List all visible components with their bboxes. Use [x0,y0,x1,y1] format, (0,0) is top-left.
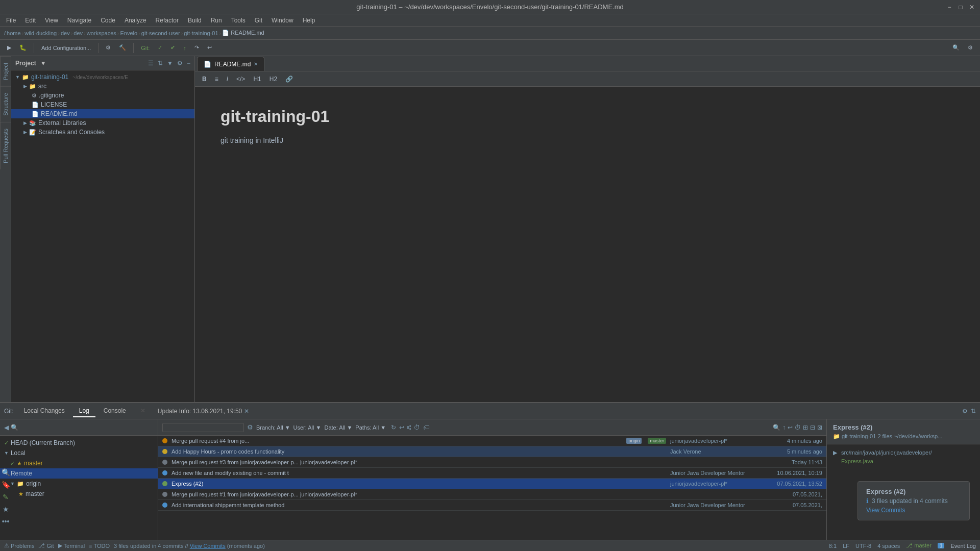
vert-tab-pull-requests[interactable]: Pull Requests [0,122,11,169]
tab-console[interactable]: Console [97,405,132,417]
panel-icon-settings[interactable]: ⚙ [177,60,183,67]
breadcrumb-item[interactable]: dev [61,30,70,36]
panel-icon-layout[interactable]: ☰ [148,60,154,67]
menu-navigate[interactable]: Navigate [63,16,95,25]
toolbar-git-check[interactable]: ✓ [155,43,165,52]
close-button[interactable]: ✕ [968,3,976,11]
menu-refactor[interactable]: Refactor [152,16,183,25]
status-terminal[interactable]: ▶ Terminal [58,542,85,549]
toolbar-git-revert[interactable]: ↩ [204,43,215,52]
event-log-badge[interactable]: 1 [938,543,945,548]
bottom-expand-icon[interactable]: ⇅ [971,408,976,415]
view-commits-link[interactable]: View Commits [190,543,226,549]
breadcrumb-item[interactable]: dev [74,30,83,36]
vert-tab-project[interactable]: Project [0,56,11,86]
menu-help[interactable]: Help [299,16,320,25]
branch-item-remote[interactable]: ▼ Remote [0,468,158,479]
tab-x[interactable]: ✕ [134,405,152,417]
commit-filter-icon[interactable]: ⊟ [810,424,815,431]
update-close-btn[interactable]: ✕ [244,408,249,415]
toolbar-build-btn[interactable]: ⚙ [103,43,114,52]
revert-icon[interactable]: ↩ [399,424,404,431]
md-link[interactable]: 🔗 [282,74,296,84]
md-h1[interactable]: H1 [250,74,264,84]
merge-icon[interactable]: ⑆ [407,424,411,431]
toolbar-git-tick[interactable]: ✔ [167,43,178,52]
commit-grid-icon[interactable]: ⊞ [803,424,808,431]
star-side-icon[interactable]: ★ [3,505,9,513]
panel-icon-minimize[interactable]: − [187,60,190,67]
edit-icon[interactable]: ✎ [3,493,9,501]
maximize-button[interactable]: □ [957,3,965,11]
tree-item-root[interactable]: ▼ 📁 git-training-01 ~/dev/dev/workspaces… [11,72,194,82]
branch-search-input[interactable] [20,424,154,431]
search-icon[interactable]: 🔍 [11,424,18,431]
branch-item-origin[interactable]: ▼ 📁 origin [0,479,158,489]
timeline-icon[interactable]: ⏱ [414,424,420,431]
project-dropdown-icon[interactable]: ▼ [40,60,46,67]
toolbar-settings[interactable]: ⚙ [965,43,976,52]
commit-row-6[interactable]: Add international shippemnt template met… [158,500,826,511]
tree-item-gitignore[interactable]: ⚙ .gitignore [11,91,194,100]
menu-build[interactable]: Build [184,16,206,25]
md-bold[interactable]: B [199,74,210,84]
commit-search-input[interactable] [162,423,244,432]
md-code[interactable]: </> [233,74,248,84]
notif-view-commits[interactable]: View Commits [866,507,961,514]
branch-indicator[interactable]: ⎇ master [906,542,932,549]
paths-filter-btn[interactable]: Paths: All ▼ [355,424,386,431]
commit-settings-icon[interactable]: ⚙ [247,423,253,431]
branch-item-local-master[interactable]: ✓ ★ master [0,458,158,468]
toolbar-search[interactable]: 🔍 [949,43,963,52]
branch-item-head[interactable]: ✓ HEAD (Current Branch) [0,438,158,448]
tab-readme[interactable]: 📄 README.md ✕ [197,57,264,71]
commit-clock-icon[interactable]: ⏱ [795,424,801,431]
tab-local-changes[interactable]: Local Changes [18,405,71,417]
tab-close-icon[interactable]: ✕ [254,61,258,67]
event-log-label[interactable]: Event Log [950,543,976,549]
info-expand-icon[interactable]: ▶ [833,449,837,456]
menu-edit[interactable]: Edit [21,16,40,25]
branch-filter-btn[interactable]: Branch: All ▼ [256,424,290,431]
nav-back-icon[interactable]: ◀ [4,424,9,431]
branch-item-local[interactable]: ▼ Local [0,448,158,458]
bookmark-icon[interactable]: 🔖 [2,481,10,489]
panel-icon-sort[interactable]: ⇅ [158,60,163,67]
tree-item-license[interactable]: 📄 LICENSE [11,100,194,109]
panel-icon-filter[interactable]: ▼ [167,60,173,67]
commit-row-0[interactable]: Merge pull request #4 from jo... origin … [158,436,826,446]
md-italic[interactable]: I [224,74,231,84]
toolbar-debug-btn[interactable]: 🐛 [16,43,30,52]
commit-row-3[interactable]: Add new file and modify existing one - c… [158,468,826,479]
date-filter-btn[interactable]: Date: All ▼ [324,424,352,431]
vert-tab-structure[interactable]: Structure [0,86,11,122]
tree-item-readme[interactable]: 📄 README.md [11,109,194,118]
info-row-file[interactable]: Express.java [833,457,974,465]
tree-item-scratches[interactable]: ▶ 📝 Scratches and Consoles [11,128,194,137]
minimize-button[interactable]: − [945,3,953,11]
commit-row-5[interactable]: Merge pull request #1 from juniorjavadev… [158,489,826,500]
tree-item-ext-libs[interactable]: ▶ 📚 External Libraries [11,118,194,128]
menu-git[interactable]: Git [251,16,266,25]
breadcrumb-item[interactable]: Envelo [120,30,138,36]
commit-row-2[interactable]: Merge pull request #3 from juniorjavadev… [158,457,826,468]
breadcrumb-item[interactable]: / [4,30,6,36]
breadcrumb-item[interactable]: git-training-01 [184,30,218,36]
breadcrumb-item[interactable]: home [7,30,21,36]
commit-sort-icon[interactable]: ↑ [782,424,786,431]
menu-window[interactable]: Window [267,16,298,25]
menu-code[interactable]: Code [96,16,119,25]
menu-tools[interactable]: Tools [227,16,250,25]
search-side-icon[interactable]: 🔍 [2,468,10,477]
breadcrumb-item[interactable]: workspaces [87,30,116,36]
breadcrumb-item[interactable]: wild-duckling [24,30,57,36]
menu-analyze[interactable]: Analyze [120,16,151,25]
tree-item-src[interactable]: ▶ 📁 src [11,82,194,91]
menu-run[interactable]: Run [207,16,226,25]
toolbar-git-pull[interactable]: ↷ [191,43,202,52]
refresh-icon[interactable]: ↻ [391,424,396,431]
status-todo[interactable]: ≡ TODO [89,543,110,549]
status-git[interactable]: ⎇ Git [38,542,54,549]
bottom-settings-icon[interactable]: ⚙ [962,408,968,415]
add-configuration-btn[interactable]: Add Configuration... [38,44,94,52]
